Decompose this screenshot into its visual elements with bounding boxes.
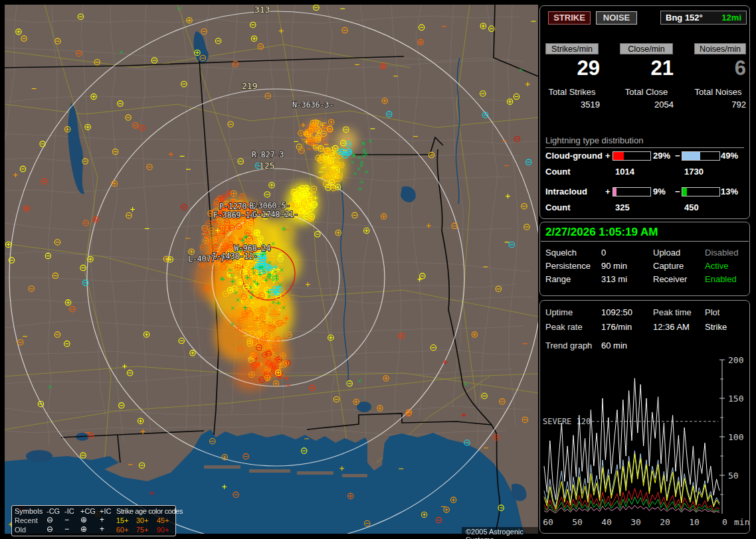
cloud-ground-label: Cloud-ground	[545, 151, 603, 161]
persistence-value: 90 min	[601, 261, 627, 271]
ic-plus-bar-fill	[613, 188, 616, 196]
trend-graph: 50100150200SEVERE 1206050403020100min	[540, 356, 749, 533]
age-30: 30+	[136, 516, 157, 525]
squelch-label: Squelch	[545, 248, 577, 258]
cg-plus-bar	[613, 151, 651, 161]
legend-col-ncg: -CG	[47, 506, 64, 516]
plus-sign: +	[605, 187, 611, 196]
bearing-value: Bng 152°	[666, 13, 703, 23]
nexstorm-app: { "header": { "strike_button": "STRIKE",…	[0, 0, 756, 539]
svg-text:125: 125	[259, 161, 274, 171]
legend-age-header: Strike age color codes	[116, 506, 177, 516]
plot-value: Strike	[705, 322, 727, 332]
status-panel: 2/27/2026 1:05:19 AM Squelch 0 Upload Di…	[539, 222, 750, 296]
cg-plus-count: 1014	[615, 167, 634, 177]
upload-value: Disabled	[705, 248, 739, 258]
svg-text:L-4077-7-: L-4077-7-	[188, 254, 229, 264]
intracloud-label: Intracloud	[545, 187, 587, 196]
neg-cg-recent-icon: ⊖	[47, 516, 64, 525]
strikes-per-min-chip: Strikes/min	[545, 43, 599, 54]
age-90: 90+	[157, 525, 177, 534]
legend-col-pic: +IC	[100, 506, 116, 516]
strike-button[interactable]: STRIKE	[548, 11, 591, 25]
total-close-label: Total Close	[616, 87, 677, 97]
plus-sign: +	[605, 151, 611, 161]
svg-text:B-3060-5-: B-3060-5-	[249, 201, 290, 210]
peak-rate-label: Peak rate	[545, 322, 583, 332]
strike-map[interactable]: 313219125N-3636-3-R-827-3P-1270-5-B-3060…	[5, 5, 538, 534]
cg-plus-pct: 29%	[653, 151, 670, 161]
pos-ic-recent-icon: +	[100, 516, 116, 525]
peak-time-value: 12:36 AM	[653, 322, 690, 332]
age-60: 60+	[116, 525, 136, 534]
uptime-label: Uptime	[545, 307, 573, 317]
ic-minus-count: 450	[684, 202, 699, 212]
svg-text:150: 150	[728, 394, 743, 404]
squelch-value: 0	[601, 248, 606, 258]
svg-text:F-3869-14: F-3869-14	[213, 210, 254, 220]
ic-plus-bar	[613, 187, 651, 196]
svg-text:50: 50	[728, 471, 739, 481]
cg-minus-bar	[682, 151, 720, 161]
legend-col-pcg: +CG	[80, 506, 100, 516]
map-canvas[interactable]: 313219125N-3636-3-R-827-3P-1270-5-B-3060…	[5, 5, 538, 534]
uptime-value: 1092:50	[601, 307, 632, 317]
peak-time-label: Peak time	[653, 307, 692, 317]
ic-minus-bar	[682, 187, 720, 196]
noise-button[interactable]: NOISE	[596, 11, 637, 25]
neg-cg-old-icon: ⊖	[47, 525, 64, 534]
svg-text:20: 20	[660, 517, 670, 527]
age-15: 15+	[116, 516, 136, 525]
svg-text:40: 40	[601, 517, 612, 527]
ic-count-label: Count	[545, 202, 571, 212]
legend-symbols-label: Symbols	[15, 506, 47, 516]
minus-sign: −	[675, 151, 680, 161]
close-per-min-chip: Close/min	[620, 43, 673, 54]
peak-rate-value: 176/min	[601, 322, 632, 332]
upload-label: Upload	[653, 248, 680, 258]
legend-col-nic: -IC	[64, 506, 80, 516]
range-label: Range	[545, 274, 571, 284]
age-45: 45+	[157, 516, 177, 525]
close-per-min-value: 21	[627, 56, 674, 80]
svg-text:200: 200	[728, 356, 743, 365]
trend-graph-value: 60 min	[601, 341, 627, 350]
ic-minus-pct: 13%	[721, 187, 738, 196]
pos-cg-old-icon: ⊕	[80, 525, 100, 534]
receiver-value: Enabled	[705, 274, 737, 284]
svg-text:60: 60	[543, 517, 553, 527]
legend-recent-label: Recent	[15, 516, 47, 525]
svg-text:R-827-3: R-827-3	[252, 150, 284, 159]
svg-text:219: 219	[242, 81, 257, 91]
age-75: 75+	[136, 525, 157, 534]
capture-label: Capture	[653, 261, 684, 271]
plot-label: Plot	[705, 307, 719, 317]
total-close-value: 2054	[627, 100, 674, 110]
svg-text:100: 100	[728, 432, 743, 442]
noises-per-min-chip: Noises/min	[694, 43, 746, 54]
stats-panel: STRIKE NOISE Bng 152° 12mi Strikes/min C…	[539, 5, 750, 219]
svg-text:0: 0	[722, 517, 727, 527]
cg-plus-bar-fill	[613, 152, 624, 160]
cg-minus-bar-fill	[682, 152, 700, 160]
minus-sign: −	[675, 187, 680, 196]
receiver-label: Receiver	[653, 274, 687, 284]
pos-cg-recent-icon: ⊕	[80, 516, 100, 525]
legend-old-label: Old	[15, 525, 47, 534]
total-strikes-label: Total Strikes	[541, 87, 603, 97]
svg-text:50: 50	[572, 517, 583, 527]
total-noises-value: 792	[700, 100, 746, 110]
ic-minus-bar-fill	[682, 188, 687, 196]
trend-graph-label: Trend graph	[545, 341, 592, 350]
strikes-per-min-value: 29	[553, 56, 600, 80]
cg-minus-pct: 49%	[721, 151, 738, 161]
neg-ic-recent-icon: −	[64, 516, 80, 525]
noises-per-min-value: 6	[700, 56, 746, 80]
svg-text:SEVERE 120: SEVERE 120	[543, 417, 591, 426]
pos-ic-old-icon: +	[100, 525, 116, 534]
legend-box: Symbols -CG -IC +CG +IC Strike age color…	[11, 505, 176, 536]
neg-ic-old-icon: −	[64, 525, 80, 534]
svg-text:G-1748-21-: G-1748-21-	[252, 210, 298, 219]
bearing-display: Bng 152° 12mi	[660, 11, 747, 25]
datetime-display: 2/27/2026 1:05:19 AM	[545, 226, 658, 239]
